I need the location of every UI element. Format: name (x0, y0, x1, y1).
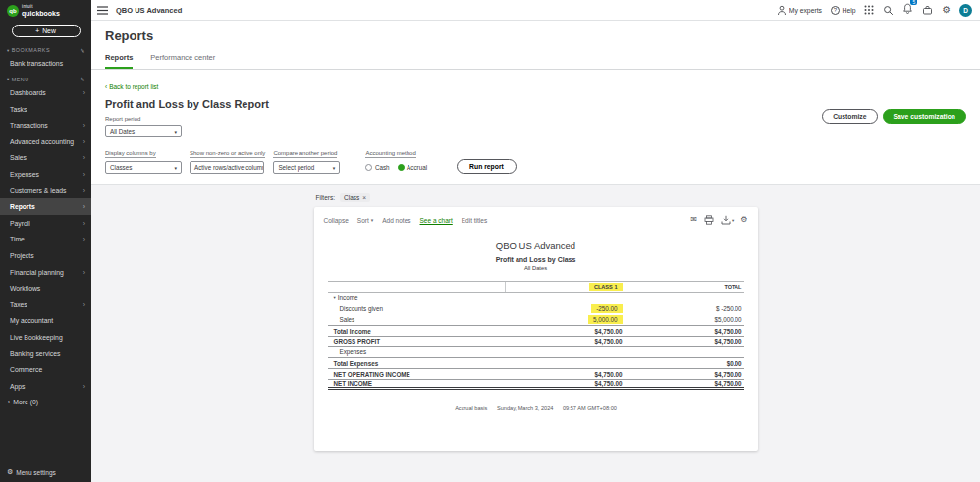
sidebar-item-label: Banking services (10, 350, 60, 357)
my-experts-button[interactable]: My experts (777, 5, 822, 16)
collapse-link[interactable]: Collapse (324, 217, 349, 224)
gear-icon[interactable]: ⚙ (942, 5, 951, 15)
edit-menu-icon[interactable]: ✎ (80, 76, 85, 82)
chevron-right-icon: › (83, 269, 85, 276)
row-label: Total Income (334, 328, 371, 335)
help-icon: ? (831, 6, 840, 15)
sidebar-item-label: Transactions (10, 122, 48, 129)
sidebar-item-payroll[interactable]: Payroll › (0, 215, 91, 232)
plus-icon: + (35, 27, 39, 34)
display-columns-select[interactable]: Classes ▾ (105, 161, 182, 174)
sidebar-item-workflows[interactable]: Workflows (0, 280, 91, 296)
collapse-section-icon[interactable]: ▾ (334, 295, 336, 300)
report-time: 09:57 AM GMT+08:00 (563, 405, 617, 411)
notifications-icon[interactable]: 5 (902, 1, 913, 19)
accrual-radio[interactable]: Accrual (398, 164, 428, 171)
table-row-net-operating-income: NET OPERATING INCOME $4,750.00 $4,750.00 (328, 368, 744, 379)
amount-cell[interactable]: $ -250.00 (625, 305, 744, 312)
table-header-row: CLASS 1 TOTAL (328, 281, 744, 293)
sidebar-item-expenses[interactable]: Expenses › (0, 166, 91, 183)
apps-grid-icon[interactable] (864, 5, 874, 15)
close-icon[interactable]: × (362, 194, 366, 201)
sidebar-item-advanced-accounting[interactable]: Advanced accounting › (0, 134, 91, 150)
cash-radio[interactable]: Cash (365, 164, 389, 171)
see-a-chart-link[interactable]: See a chart (420, 217, 453, 224)
accounting-method-label: Accounting method (365, 150, 415, 158)
edit-titles-link[interactable]: Edit titles (462, 217, 487, 224)
amount-cell[interactable]: 5,000.00 (588, 315, 623, 324)
row-label: Discounts given (340, 305, 383, 312)
my-experts-label: My experts (789, 7, 822, 14)
help-label: Help (842, 7, 855, 14)
page-content: Reports Reports Performance center ‹ Bac… (91, 21, 980, 482)
sidebar-item-sales[interactable]: Sales › (0, 150, 91, 167)
help-button[interactable]: ? Help (831, 6, 855, 15)
menu-section-header[interactable]: ▾ MENU ✎ (0, 72, 91, 84)
tab-reports[interactable]: Reports (105, 53, 133, 69)
sidebar-item-financial-planning[interactable]: Financial planning › (0, 264, 91, 281)
back-to-report-list-link[interactable]: ‹ Back to report list (105, 83, 158, 90)
sidebar-item-live-bookkeeping[interactable]: Live Bookkeeping (0, 329, 91, 346)
save-customization-button[interactable]: Save customization (883, 109, 966, 124)
sidebar-item-taxes[interactable]: Taxes › (0, 296, 91, 313)
person-icon (777, 5, 787, 16)
report-settings-gear-icon[interactable]: ⚙ (740, 216, 747, 224)
sidebar-item-label: Customers & leads (10, 187, 66, 194)
compare-period-select[interactable]: Select period ▾ (273, 161, 340, 174)
sort-link[interactable]: Sort ▾ (357, 217, 373, 224)
report-table: CLASS 1 TOTAL ▾ Income (328, 281, 744, 390)
sidebar-item-time[interactable]: Time › (0, 232, 91, 248)
sidebar: qb intuit quickbooks + New ▾ BOOKMARKS ✎… (0, 0, 91, 482)
table-row-sales: Sales 5,000.00 $5,000.00 (328, 314, 744, 325)
sidebar-item-commerce[interactable]: Commerce (0, 361, 91, 378)
menu-settings-button[interactable]: ⚙ Menu settings (7, 468, 56, 476)
chevron-right-icon: › (83, 89, 85, 96)
run-report-button[interactable]: Run report (457, 159, 517, 174)
row-label: Expenses (340, 348, 367, 355)
briefcase-icon[interactable] (922, 5, 933, 16)
nonzero-rows-select[interactable]: Active rows/active columns ▾ (190, 161, 264, 174)
add-notes-link[interactable]: Add notes (382, 217, 410, 224)
sidebar-item-projects[interactable]: Projects (0, 247, 91, 264)
new-button[interactable]: + New (12, 25, 81, 37)
avatar[interactable]: D (959, 4, 972, 17)
report-subtitle: All Dates (314, 265, 758, 271)
report-controls: ‹ Back to report list Profit and Loss by… (91, 70, 980, 185)
export-icon[interactable]: ▾ (721, 215, 734, 225)
amount-cell[interactable]: -250.00 (591, 304, 622, 313)
print-icon[interactable] (704, 215, 714, 225)
edit-bookmarks-icon[interactable]: ✎ (80, 47, 85, 54)
chevron-down-icon: ▾ (333, 165, 336, 171)
report-period-select[interactable]: All Dates ▾ (105, 125, 182, 137)
sidebar-item-banking-services[interactable]: Banking services (0, 346, 91, 362)
tab-performance-center[interactable]: Performance center (150, 53, 215, 69)
menu-settings-label: Menu settings (16, 469, 55, 476)
filters-label: Filters: (316, 194, 336, 201)
sidebar-item-dashboards[interactable]: Dashboards › (0, 84, 91, 101)
row-label: NET OPERATING INCOME (334, 371, 410, 378)
company-name: QBO US Advanced (116, 6, 182, 15)
amount-cell[interactable]: $5,000.00 (625, 316, 744, 323)
chevron-down-icon: ▾ (174, 165, 177, 171)
sidebar-item-label: Financial planning (10, 269, 64, 276)
sidebar-item-reports[interactable]: Reports › (0, 198, 91, 215)
email-icon[interactable]: ✉ (690, 216, 697, 224)
sidebar-item-customers-leads[interactable]: Customers & leads › (0, 183, 91, 199)
report-toolbar: Collapse Sort ▾ Add notes See a chart Ed… (314, 207, 758, 229)
report-title: Profit and Loss by Class (314, 256, 758, 263)
sidebar-item-more[interactable]: › More (0) (0, 395, 91, 409)
sidebar-item-transactions[interactable]: Transactions › (0, 117, 91, 134)
quickbooks-logo[interactable]: qb intuit quickbooks (0, 0, 91, 21)
sidebar-item-tasks[interactable]: Tasks (0, 101, 91, 118)
sidebar-item-apps[interactable]: Apps › (0, 378, 91, 395)
bookmarks-section-header[interactable]: ▾ BOOKMARKS ✎ (0, 43, 91, 56)
customize-button[interactable]: Customize (822, 109, 877, 124)
report-footer: Accrual basis Sunday, March 3, 2024 09:5… (314, 405, 758, 411)
radio-on-icon (398, 164, 405, 171)
collapse-menu-icon[interactable] (97, 6, 108, 15)
sidebar-item-bank-transactions[interactable]: Bank transactions (0, 56, 91, 73)
sidebar-item-my-accountant[interactable]: My accountant (0, 313, 91, 330)
search-icon[interactable] (883, 5, 894, 16)
filter-chip-class[interactable]: Class × (340, 193, 370, 202)
row-label: Income (338, 295, 358, 301)
